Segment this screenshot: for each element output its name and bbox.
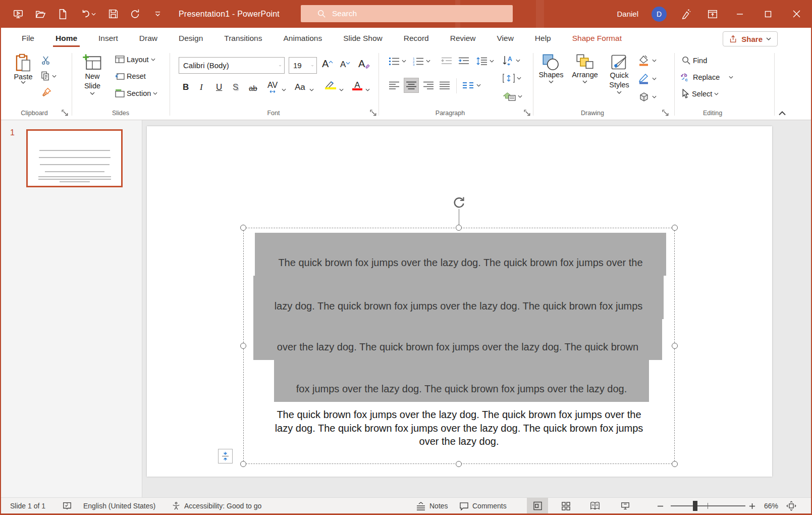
new-slide-button[interactable]: New Slide: [78, 54, 107, 95]
user-name[interactable]: Daniel: [617, 10, 638, 18]
line-spacing-button[interactable]: [476, 57, 494, 66]
text-direction-button[interactable]: A: [503, 55, 520, 66]
normal-view-button[interactable]: [527, 498, 548, 514]
textbox-paragraph-2[interactable]: The quick brown fox jumps over the lazy …: [243, 408, 675, 448]
selected-text-line-1[interactable]: The quick brown fox jumps over the lazy …: [255, 233, 666, 276]
tab-home[interactable]: Home: [45, 29, 88, 48]
shrink-font-button[interactable]: A: [340, 60, 350, 70]
select-button[interactable]: Select: [681, 89, 719, 98]
comments-button[interactable]: Comments: [459, 498, 507, 514]
selected-text-line-3[interactable]: over the lazy dog. The quick brown fox j…: [253, 319, 662, 360]
slideshow-view-button[interactable]: [615, 498, 636, 514]
tab-file[interactable]: File: [11, 29, 45, 48]
text-shadow-button[interactable]: S: [233, 82, 238, 92]
font-family-select[interactable]: Calibri (Body): [179, 57, 285, 74]
autofit-options-button[interactable]: [218, 449, 233, 464]
align-center-button[interactable]: [404, 78, 419, 93]
resize-handle-top-left[interactable]: [240, 225, 246, 231]
zoom-in-button[interactable]: [749, 498, 755, 514]
close-button[interactable]: [789, 7, 804, 22]
rotation-handle[interactable]: [452, 195, 466, 209]
tab-transitions[interactable]: Transitions: [213, 29, 273, 48]
shape-outline-button[interactable]: [638, 73, 657, 84]
highlight-color-button[interactable]: [324, 80, 337, 89]
resize-handle-bottom-left[interactable]: [240, 461, 246, 467]
slide-indicator[interactable]: Slide 1 of 1: [10, 498, 45, 514]
reading-view-button[interactable]: [584, 498, 606, 514]
change-case-button[interactable]: Aa: [295, 82, 305, 92]
new-file-button[interactable]: [57, 8, 69, 20]
decrease-indent-button[interactable]: [441, 57, 452, 66]
tab-view[interactable]: View: [486, 29, 524, 48]
collapse-ribbon-button[interactable]: [778, 111, 786, 116]
align-text-button[interactable]: [503, 73, 521, 83]
zoom-slider-handle[interactable]: [693, 501, 697, 511]
tab-shape-format[interactable]: Shape Format: [562, 29, 632, 48]
tab-design[interactable]: Design: [168, 29, 213, 48]
section-button[interactable]: Section: [115, 89, 157, 97]
slide-thumbnail-1[interactable]: [26, 129, 123, 187]
slide-sorter-view-button[interactable]: [555, 498, 576, 514]
quick-styles-button[interactable]: Quick Styles: [605, 54, 634, 94]
character-spacing-button[interactable]: AV: [267, 81, 278, 93]
accessibility-indicator[interactable]: Accessibility: Good to go: [172, 498, 261, 514]
zoom-out-button[interactable]: [657, 498, 664, 514]
increase-indent-button[interactable]: [458, 57, 469, 66]
find-button[interactable]: Find: [681, 56, 707, 65]
drawing-dialog-launcher[interactable]: [662, 110, 669, 117]
customize-qat-button[interactable]: [151, 8, 164, 20]
clear-formatting-button[interactable]: A: [358, 58, 370, 70]
copy-button[interactable]: [40, 71, 57, 81]
replace-button[interactable]: bc Replace: [680, 72, 733, 82]
resize-handle-bottom-right[interactable]: [672, 461, 678, 467]
paste-button[interactable]: Paste: [11, 54, 35, 84]
resize-handle-top-center[interactable]: [456, 225, 462, 231]
justify-button[interactable]: [439, 81, 450, 90]
bold-button[interactable]: B: [183, 82, 189, 92]
cut-button[interactable]: [41, 56, 51, 65]
shape-fill-button[interactable]: [638, 55, 657, 66]
arrange-button[interactable]: Arrange: [569, 54, 601, 83]
share-button[interactable]: Share: [723, 31, 778, 46]
fit-slide-to-window-button[interactable]: [786, 498, 796, 514]
shapes-button[interactable]: Shapes: [537, 54, 565, 83]
character-spacing-chevron-icon[interactable]: [282, 88, 286, 91]
selected-text-line-4[interactable]: fox jumps over the lazy dog. The quick b…: [274, 360, 649, 402]
resize-handle-bottom-center[interactable]: [456, 461, 462, 467]
grow-font-button[interactable]: A: [322, 58, 333, 70]
numbering-button[interactable]: 123: [413, 57, 430, 66]
notes-button[interactable]: Notes: [416, 498, 448, 514]
maximize-button[interactable]: [761, 7, 776, 22]
underline-button[interactable]: U: [216, 82, 222, 92]
highlight-chevron-icon[interactable]: [339, 88, 344, 91]
redo-button[interactable]: [129, 8, 141, 20]
tab-record[interactable]: Record: [393, 29, 440, 48]
tab-draw[interactable]: Draw: [129, 29, 168, 48]
change-case-chevron-icon[interactable]: [309, 88, 314, 91]
tab-animations[interactable]: Animations: [273, 29, 333, 48]
clipboard-dialog-launcher[interactable]: [62, 110, 69, 117]
font-color-chevron-icon[interactable]: [365, 88, 370, 91]
undo-button[interactable]: [79, 8, 97, 20]
minimize-button[interactable]: [732, 7, 747, 22]
ribbon-display-options-icon[interactable]: [706, 8, 719, 21]
resize-handle-middle-left[interactable]: [240, 343, 246, 349]
resize-handle-middle-right[interactable]: [672, 343, 678, 349]
reset-button[interactable]: Reset: [115, 72, 146, 80]
format-painter-button[interactable]: [41, 87, 51, 97]
save-button[interactable]: [107, 8, 119, 20]
strikethrough-button[interactable]: ab: [249, 84, 257, 92]
font-color-button[interactable]: A: [351, 80, 363, 90]
shape-effects-button[interactable]: [638, 91, 657, 102]
paragraph-dialog-launcher[interactable]: [524, 110, 531, 117]
layout-button[interactable]: Layout: [115, 56, 155, 64]
bullets-button[interactable]: [389, 57, 406, 66]
user-avatar[interactable]: D: [652, 7, 667, 22]
start-slideshow-button[interactable]: [12, 8, 24, 20]
columns-button[interactable]: [462, 82, 481, 89]
tab-slide-show[interactable]: Slide Show: [333, 29, 393, 48]
align-left-button[interactable]: [389, 81, 400, 90]
zoom-slider-track[interactable]: [671, 505, 745, 506]
tab-review[interactable]: Review: [440, 29, 486, 48]
selected-text-line-2[interactable]: lazy dog. The quick brown fox jumps over…: [253, 276, 664, 319]
